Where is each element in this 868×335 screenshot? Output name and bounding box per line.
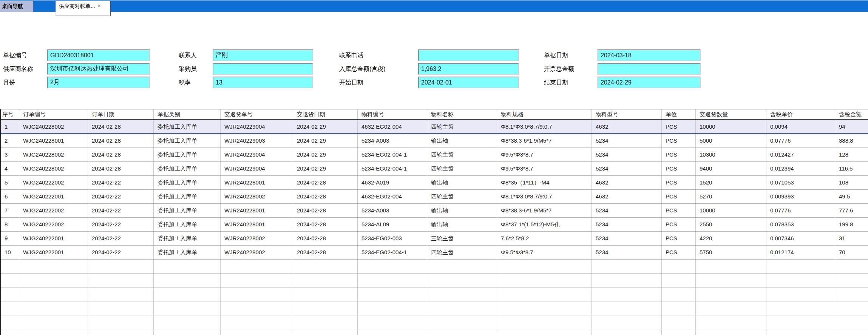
cell-dr_qty[interactable]: 10000: [696, 204, 766, 217]
cell-mat_spec[interactable]: 7.6*2.5*8.2: [497, 232, 592, 245]
cell-tax_amount[interactable]: 116.5: [835, 162, 868, 175]
col-header-dr_no[interactable]: 交退货单号: [221, 109, 293, 119]
cell-mat_name[interactable]: 输出轴: [427, 204, 497, 217]
table-row[interactable]: 7WJG2402220022024-02-22委托加工入库单WJR2402280…: [1, 204, 868, 218]
table-row[interactable]: 3WJG2402280022024-02-28委托加工入库单WJR2402290…: [1, 148, 868, 162]
table-row[interactable]: 4WJG2402280022024-02-28委托加工入库单WJR2402290…: [1, 162, 868, 176]
cell-order_no[interactable]: WJG240222001: [19, 190, 88, 203]
col-header-order_no[interactable]: 订单编号: [19, 109, 88, 119]
cell-seq[interactable]: 5: [1, 176, 19, 189]
cell-order_no[interactable]: WJG240228002: [19, 162, 88, 175]
tab-close-icon[interactable]: ×: [97, 1, 101, 11]
table-row-empty[interactable]: [1, 260, 868, 274]
tab-desktop-nav[interactable]: 桌面导航: [0, 1, 34, 12]
tab-supplier-statement[interactable]: 供应商对帐单...×: [56, 1, 111, 16]
table-row-empty[interactable]: [1, 315, 868, 329]
cell-order_date[interactable]: 2024-02-22: [88, 218, 154, 231]
cell-unit[interactable]: PCS: [662, 218, 696, 231]
cell-dr_no[interactable]: WJR240228001: [221, 204, 293, 217]
cell-dr_date[interactable]: 2024-02-28: [293, 176, 358, 189]
cell-mat_no[interactable]: 4632-EG02-004: [358, 190, 427, 203]
cell-seq[interactable]: 7: [1, 204, 19, 217]
cell-tax_price[interactable]: 0.071053: [766, 176, 835, 189]
cell-order_date[interactable]: 2024-02-28: [88, 134, 154, 148]
cell-doc_type[interactable]: 委托加工入库单: [154, 232, 221, 245]
cell-dr_no[interactable]: WJR240228002: [221, 232, 293, 245]
cell-dr_date[interactable]: 2024-02-29: [293, 120, 358, 133]
table-row[interactable]: 8WJG2402220022024-02-22委托加工入库单WJR2402280…: [1, 218, 868, 232]
cell-mat_model[interactable]: 4632: [592, 120, 662, 133]
invoice-total-input[interactable]: [598, 63, 701, 75]
cell-mat_name[interactable]: 输出轴: [427, 218, 497, 231]
cell-seq[interactable]: 9: [1, 232, 19, 245]
cell-unit[interactable]: PCS: [662, 190, 696, 203]
cell-order_no[interactable]: WJG240222001: [19, 232, 88, 245]
cell-dr_no[interactable]: WJR240228002: [221, 190, 293, 203]
table-row-empty[interactable]: [1, 301, 868, 315]
cell-tax_amount[interactable]: 108: [835, 176, 868, 189]
cell-dr_qty[interactable]: 10000: [696, 120, 766, 133]
table-row-empty[interactable]: [1, 287, 868, 301]
cell-order_no[interactable]: WJG240228002: [19, 148, 88, 161]
cell-seq[interactable]: 10: [1, 246, 19, 259]
cell-unit[interactable]: PCS: [662, 204, 696, 217]
doc-date-input[interactable]: [598, 49, 701, 61]
cell-tax_price[interactable]: 0.012174: [766, 246, 835, 259]
cell-mat_spec[interactable]: Φ8*38.3-6*1.9/M5*7: [497, 134, 592, 148]
table-row-empty[interactable]: [1, 274, 868, 287]
cell-mat_spec[interactable]: Φ9.5*Φ3*8.7: [497, 162, 592, 175]
cell-mat_name[interactable]: 输出轴: [427, 134, 497, 148]
cell-tax_amount[interactable]: 128: [835, 148, 868, 161]
cell-order_no[interactable]: WJG240222001: [19, 246, 88, 259]
cell-mat_name[interactable]: 三轮主齿: [427, 232, 497, 245]
cell-tax_amount[interactable]: 49.5: [835, 190, 868, 203]
phone-input[interactable]: [418, 49, 519, 61]
cell-dr_qty[interactable]: 5750: [696, 246, 766, 259]
col-header-tax_price[interactable]: 含税单价: [766, 109, 835, 119]
col-header-mat_spec[interactable]: 物料规格: [497, 109, 592, 119]
cell-tax_price[interactable]: 0.0094: [766, 120, 835, 133]
col-header-dr_date[interactable]: 交退货日期: [293, 109, 358, 119]
cell-mat_name[interactable]: 四轮主齿: [427, 246, 497, 259]
cell-mat_spec[interactable]: Φ8*37.1*(1.5*12)-M5孔: [497, 218, 592, 231]
start-date-input[interactable]: [418, 77, 519, 88]
end-date-input[interactable]: [598, 77, 701, 88]
cell-dr_no[interactable]: WJR240229004: [221, 148, 293, 161]
cell-doc_type[interactable]: 委托加工入库单: [154, 204, 221, 217]
cell-dr_no[interactable]: WJR240228002: [221, 246, 293, 259]
cell-order_date[interactable]: 2024-02-22: [88, 190, 154, 203]
cell-seq[interactable]: 8: [1, 218, 19, 231]
cell-doc_type[interactable]: 委托加工入库单: [154, 148, 221, 161]
cell-mat_name[interactable]: 四轮主齿: [427, 162, 497, 175]
cell-order_no[interactable]: WJG240222002: [19, 204, 88, 217]
cell-dr_no[interactable]: WJR240229004: [221, 162, 293, 175]
cell-mat_no[interactable]: 5234-A003: [358, 134, 427, 148]
cell-doc_type[interactable]: 委托加工入库单: [154, 120, 221, 133]
cell-order_no[interactable]: WJG240228001: [19, 134, 88, 148]
cell-mat_model[interactable]: 4632: [592, 176, 662, 189]
cell-dr_date[interactable]: 2024-02-28: [293, 204, 358, 217]
cell-unit[interactable]: PCS: [662, 134, 696, 148]
cell-order_date[interactable]: 2024-02-22: [88, 246, 154, 259]
cell-mat_spec[interactable]: Φ8*38.3-6*1.9/M5*7: [497, 204, 592, 217]
cell-mat_model[interactable]: 5234: [592, 246, 662, 259]
cell-mat_name[interactable]: 输出轴: [427, 176, 497, 189]
cell-order_no[interactable]: WJG240222002: [19, 218, 88, 231]
cell-unit[interactable]: PCS: [662, 148, 696, 161]
cell-mat_spec[interactable]: Φ8.1*Φ3.0*8.7/9:0.7: [497, 190, 592, 203]
cell-mat_no[interactable]: 5234-EG02-004-1: [358, 148, 427, 161]
col-header-dr_qty[interactable]: 交退货数量: [696, 109, 766, 119]
cell-tax_price[interactable]: 0.07776: [766, 204, 835, 217]
col-header-mat_model[interactable]: 物料型号: [592, 109, 662, 119]
cell-dr_qty[interactable]: 2550: [696, 218, 766, 231]
col-header-unit[interactable]: 单位: [662, 109, 696, 119]
cell-tax_price[interactable]: 0.078353: [766, 218, 835, 231]
cell-tax_price[interactable]: 0.007346: [766, 232, 835, 245]
cell-order_date[interactable]: 2024-02-28: [88, 148, 154, 161]
supplier-input[interactable]: [47, 63, 150, 75]
col-header-tax_amount[interactable]: 含税金额: [835, 109, 868, 119]
cell-mat_model[interactable]: 5234: [592, 134, 662, 148]
cell-doc_type[interactable]: 委托加工入库单: [154, 162, 221, 175]
col-header-order_date[interactable]: 订单日期: [88, 109, 154, 119]
cell-seq[interactable]: 1: [1, 120, 19, 133]
